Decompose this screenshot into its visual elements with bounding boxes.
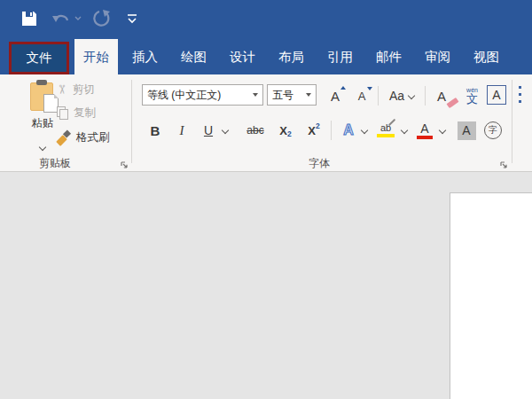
character-shading-button[interactable]: A <box>455 119 478 142</box>
cut-button[interactable]: ✂ 剪切 <box>57 80 95 99</box>
clipboard-group-label: 剪贴板 <box>0 156 110 171</box>
format-painter-button[interactable]: 格式刷 <box>57 128 110 147</box>
separator <box>331 121 332 140</box>
chevron-down-icon <box>253 93 258 97</box>
enclose-characters-label: 字 <box>484 121 502 139</box>
tab-home[interactable]: 开始 <box>74 39 118 74</box>
copy-label: 复制 <box>74 106 96 121</box>
superscript-base: X <box>308 124 316 137</box>
eraser-icon <box>446 98 458 108</box>
italic-label: I <box>180 123 184 138</box>
highlight-color-bar <box>377 134 395 137</box>
highlight-dropdown-icon[interactable] <box>399 119 410 142</box>
text-effects-dropdown-icon[interactable] <box>359 119 370 142</box>
tab-design[interactable]: 设计 <box>221 39 264 74</box>
separator <box>425 86 426 106</box>
customize-quick-access-toolbar-icon[interactable] <box>126 12 138 26</box>
grow-font-label: A <box>331 89 340 104</box>
cut-label: 剪切 <box>73 82 95 98</box>
font-group-label: 字体 <box>133 156 505 171</box>
superscript-number: 2 <box>316 121 320 130</box>
word-window: 文件 开始 插入 绘图 设计 布局 引用 邮件 审阅 视图 粘贴 ✂ 剪切 复制 <box>0 0 532 399</box>
copy-icon <box>57 106 68 119</box>
underline-label: U <box>204 123 213 137</box>
underline-dropdown-icon[interactable] <box>220 119 231 142</box>
phonetic-guide-button[interactable]: wén 文 <box>460 82 484 110</box>
separator <box>378 86 379 106</box>
font-color-button[interactable]: A <box>413 119 436 142</box>
subscript-button[interactable]: X 2 <box>273 119 298 142</box>
group-divider <box>131 80 132 163</box>
font-name-value: 等线 (中文正文) <box>143 88 253 103</box>
tab-review[interactable]: 审阅 <box>416 39 459 74</box>
bold-button[interactable]: B <box>145 119 166 142</box>
italic-button[interactable]: I <box>172 119 192 142</box>
document-area[interactable] <box>0 172 532 399</box>
change-case-button[interactable]: Aa <box>383 84 420 107</box>
bold-label: B <box>151 123 160 138</box>
copy-button[interactable]: 复制 <box>57 103 96 122</box>
phonetic-char-label: 文 <box>466 93 478 105</box>
subscript-number: 2 <box>287 129 292 138</box>
strikethrough-label: abc <box>246 124 263 137</box>
text-effects-button[interactable]: A <box>338 119 359 142</box>
increase-arrow-icon <box>340 86 346 90</box>
font-dialog-launcher-icon[interactable] <box>499 158 509 168</box>
ribbon: 粘贴 ✂ 剪切 复制 格式刷 剪贴板 等线 (中文正文) <box>0 74 532 172</box>
strikethrough-button[interactable]: abc <box>239 119 271 142</box>
tab-view[interactable]: 视图 <box>465 39 508 74</box>
font-color-dropdown-icon[interactable] <box>437 119 448 142</box>
grow-font-button[interactable]: A <box>323 84 348 107</box>
tab-mailings[interactable]: 邮件 <box>367 39 411 74</box>
shrink-font-label: A <box>358 90 366 103</box>
underline-button[interactable]: U <box>200 119 217 142</box>
titlebar <box>0 0 532 39</box>
decrease-arrow-icon <box>367 87 372 90</box>
paste-clipboard-icon <box>30 81 55 111</box>
font-color-bar <box>417 136 433 139</box>
undo-icon[interactable] <box>51 9 72 28</box>
tab-file[interactable]: 文件 <box>9 42 69 74</box>
character-border-button[interactable]: A <box>487 85 506 105</box>
chevron-down-icon <box>408 92 415 99</box>
tab-layout[interactable]: 布局 <box>270 39 313 74</box>
font-name-combobox[interactable]: 等线 (中文正文) <box>142 84 263 106</box>
superscript-button[interactable]: X 2 <box>301 119 326 142</box>
undo-dropdown-icon[interactable] <box>74 16 82 21</box>
font-color-label: A <box>420 122 428 135</box>
paste-dropdown-icon[interactable] <box>40 137 45 153</box>
format-painter-icon <box>57 130 71 145</box>
chevron-down-icon <box>306 93 311 97</box>
tab-draw[interactable]: 绘图 <box>172 39 215 74</box>
subscript-base: X <box>279 124 287 137</box>
change-case-label: Aa <box>389 89 404 103</box>
tab-references[interactable]: 引用 <box>318 39 362 74</box>
tab-insert[interactable]: 插入 <box>123 39 167 74</box>
font-size-value: 五号 <box>268 88 306 103</box>
paste-label: 粘贴 <box>32 116 54 131</box>
character-border-label: A <box>487 85 506 105</box>
clear-formatting-label: A <box>437 89 446 104</box>
character-shading-label: A <box>458 121 476 140</box>
enclose-characters-button[interactable]: 字 <box>481 119 505 142</box>
redo-icon[interactable] <box>91 8 113 29</box>
save-icon[interactable] <box>18 7 41 30</box>
ribbon-tab-bar: 文件 开始 插入 绘图 设计 布局 引用 邮件 审阅 视图 <box>0 39 532 74</box>
document-page[interactable] <box>450 192 532 399</box>
format-painter-label: 格式刷 <box>76 130 110 145</box>
clipboard-dialog-launcher-icon[interactable] <box>120 158 129 168</box>
group-divider <box>512 80 512 163</box>
clear-formatting-button[interactable]: A <box>432 84 458 107</box>
text-highlight-color-button[interactable]: ab <box>373 119 398 142</box>
font-size-combobox[interactable]: 五号 <box>267 84 317 106</box>
shrink-font-button[interactable]: A <box>349 84 374 107</box>
text-effects-label: A <box>343 122 354 138</box>
scissors-icon: ✂ <box>56 84 68 95</box>
